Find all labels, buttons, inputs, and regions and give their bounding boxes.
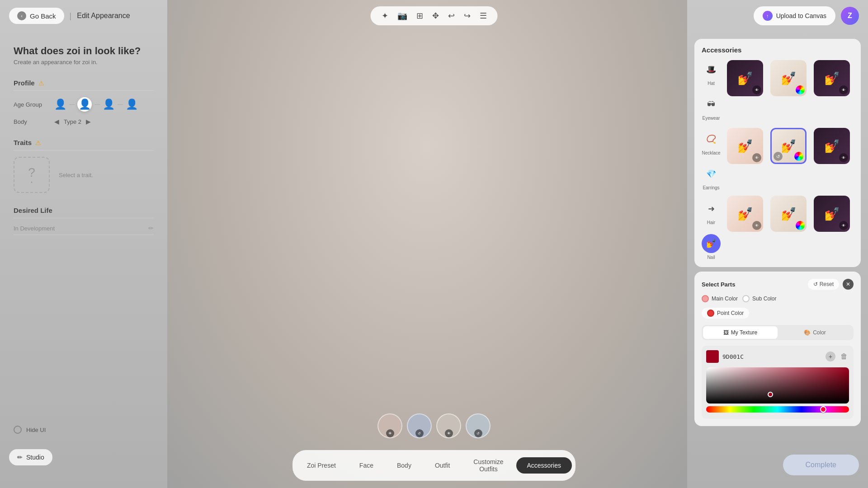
reset-icon: ↺ — [813, 281, 818, 287]
nail-thumb-7: 💅 — [737, 206, 753, 221]
acc-cat-eyewear[interactable]: 🕶 Eyewear — [702, 95, 721, 121]
acc-item-5[interactable]: 💅 ↺ — [770, 128, 807, 164]
main-color-label: Main Color — [712, 296, 738, 302]
accessories-title: Accessories — [702, 46, 854, 54]
nail-thumb-9: 💅 — [824, 206, 840, 221]
acc-item-9[interactable]: 💅 👁 — [814, 196, 850, 232]
acc-cat-necklace[interactable]: 📿 Necklace — [702, 130, 721, 155]
acc-item-1[interactable]: 💅 👁 — [727, 60, 763, 96]
hex-input[interactable] — [722, 353, 822, 360]
tab-zoi-preset[interactable]: Zoi Preset — [296, 457, 347, 474]
sub-color-label: Sub Color — [752, 296, 776, 302]
tool-move[interactable]: ✥ — [430, 10, 441, 22]
back-chevron-icon: ‹ — [17, 11, 26, 20]
char-thumb-3[interactable]: 👁 — [436, 413, 461, 438]
item-9-indicator: 👁 — [839, 221, 848, 230]
upload-label: Upload to Canvas — [776, 12, 826, 19]
hide-ui-row[interactable]: Hide UI — [14, 426, 46, 434]
color-tab[interactable]: 🎨 Color — [778, 326, 852, 339]
age-dash-3: — — [118, 101, 123, 108]
acc-item-6[interactable]: 💅 👁 — [814, 128, 850, 164]
accessories-grid: 🎩 Hat 🕶 Eyewear 📿 Necklace 💎 Earrings ➜ — [702, 60, 854, 260]
thumb-3-eye-icon: 👁 — [445, 429, 453, 437]
nail-thumb-2: 💅 — [781, 71, 797, 86]
color-tab-icon: 🎨 — [804, 329, 811, 336]
eyewear-label: Eyewear — [703, 116, 720, 121]
tab-body[interactable]: Body — [386, 457, 422, 474]
reset-label: Reset — [820, 281, 834, 287]
trait-row: ? • Select a trait. — [14, 157, 154, 193]
left-panel: What does zoi in look like? Create an ap… — [0, 32, 167, 488]
acc-cat-earrings[interactable]: 💎 Earrings — [702, 164, 721, 190]
acc-item-4[interactable]: 💅 👁 — [727, 128, 763, 164]
tab-outfit[interactable]: Outfit — [424, 457, 461, 474]
char-thumb-2[interactable]: ↺ — [407, 413, 432, 438]
bottom-tabs: Zoi Preset Face Body Outfit CustomizeOut… — [292, 450, 576, 481]
tool-undo[interactable]: ↩ — [446, 10, 457, 22]
sub-color-option[interactable]: Sub Color — [742, 295, 776, 302]
acc-item-3[interactable]: 💅 👁 — [814, 60, 850, 96]
avatar-initial: Z — [848, 12, 852, 20]
tab-face[interactable]: Face — [349, 457, 384, 474]
traits-warning-icon: ⚠ — [35, 139, 41, 146]
acc-item-7[interactable]: 💅 👁 — [727, 196, 763, 232]
add-color-button[interactable]: + — [826, 352, 835, 361]
hue-slider[interactable] — [706, 406, 849, 413]
acc-item-2[interactable]: 💅 — [770, 60, 807, 96]
desired-life-section: Desired Life In Development ✏ — [14, 206, 154, 235]
item-7-indicator: 👁 — [752, 221, 761, 230]
item-8-indicator — [796, 221, 805, 230]
edit-pencil-icon[interactable]: ✏ — [148, 225, 154, 232]
tool-menu[interactable]: ☰ — [478, 10, 489, 22]
hex-swatch — [706, 350, 719, 363]
tool-grid[interactable]: ⊞ — [415, 10, 425, 22]
profile-title: Profile — [14, 79, 35, 87]
body-prev-button[interactable]: ◀ — [54, 118, 59, 125]
user-avatar[interactable]: Z — [841, 7, 859, 25]
age-teen-icon[interactable]: 👤 — [77, 97, 92, 112]
select-parts-panel: Select Parts ↺ Reset ✕ Main Color Sub Co… — [694, 272, 861, 426]
hair-label: Hair — [707, 220, 715, 225]
traits-header: Traits ⚠ — [14, 139, 154, 150]
point-color-option[interactable]: Point Color — [702, 308, 749, 319]
age-child-icon[interactable]: 👤 — [54, 99, 66, 110]
color-gradient-picker[interactable] — [706, 367, 849, 404]
tab-accessories[interactable]: Accessories — [516, 457, 572, 474]
texture-icon: 🖼 — [723, 329, 729, 336]
acc-cat-hair[interactable]: ➜ Hair — [702, 199, 721, 225]
tool-transform[interactable]: ✦ — [380, 10, 390, 22]
char-thumb-4[interactable]: ↺ — [466, 413, 491, 438]
top-bar: ‹ Go Back | Edit Appearance ✦ 📷 ⊞ ✥ ↩ ↪ … — [0, 0, 868, 32]
main-color-option[interactable]: Main Color — [702, 295, 738, 302]
body-selector: ◀ Type 2 ▶ — [54, 118, 91, 125]
acc-cat-hat[interactable]: 🎩 Hat — [702, 60, 721, 86]
age-group-selector[interactable]: 👤 — 👤 — 👤 — 👤 — [54, 97, 138, 112]
tab-customize-outfits[interactable]: CustomizeOutfits — [462, 454, 514, 477]
upload-to-canvas-button[interactable]: ↑ Upload to Canvas — [754, 6, 835, 25]
char-thumb-1[interactable]: 👁 — [377, 413, 402, 438]
back-button[interactable]: ‹ Go Back — [9, 8, 64, 24]
back-label: Go Back — [30, 12, 56, 20]
trait-selector[interactable]: ? • — [14, 157, 50, 193]
reset-button[interactable]: ↺ Reset — [808, 279, 839, 290]
acc-cat-nail[interactable]: 💅 Nail — [702, 234, 721, 260]
eyewear-icon: 🕶 — [702, 95, 721, 114]
delete-color-button[interactable]: 🗑 — [839, 352, 849, 361]
top-right-actions: ↑ Upload to Canvas Z — [754, 6, 859, 25]
tool-redo[interactable]: ↪ — [462, 10, 472, 22]
color-options: Main Color Sub Color — [702, 295, 854, 302]
age-dash-2: — — [94, 101, 100, 108]
nail-thumb-4: 💅 — [737, 139, 753, 154]
age-adult-icon[interactable]: 👤 — [103, 99, 115, 110]
close-button[interactable]: ✕ — [843, 279, 854, 290]
trait-dot: • — [31, 180, 33, 185]
my-texture-tab[interactable]: 🖼 My Texture — [703, 326, 778, 339]
age-senior-icon[interactable]: 👤 — [126, 99, 138, 110]
thumb-4-refresh-icon: ↺ — [474, 429, 482, 437]
bottom-navigation: Zoi Preset Face Body Outfit CustomizeOut… — [0, 443, 868, 488]
tool-camera[interactable]: 📷 — [396, 10, 409, 22]
acc-item-8[interactable]: 💅 — [770, 196, 807, 232]
trait-question-icon: ? — [28, 165, 35, 180]
hide-ui-radio[interactable] — [14, 426, 22, 434]
body-next-button[interactable]: ▶ — [86, 118, 91, 125]
